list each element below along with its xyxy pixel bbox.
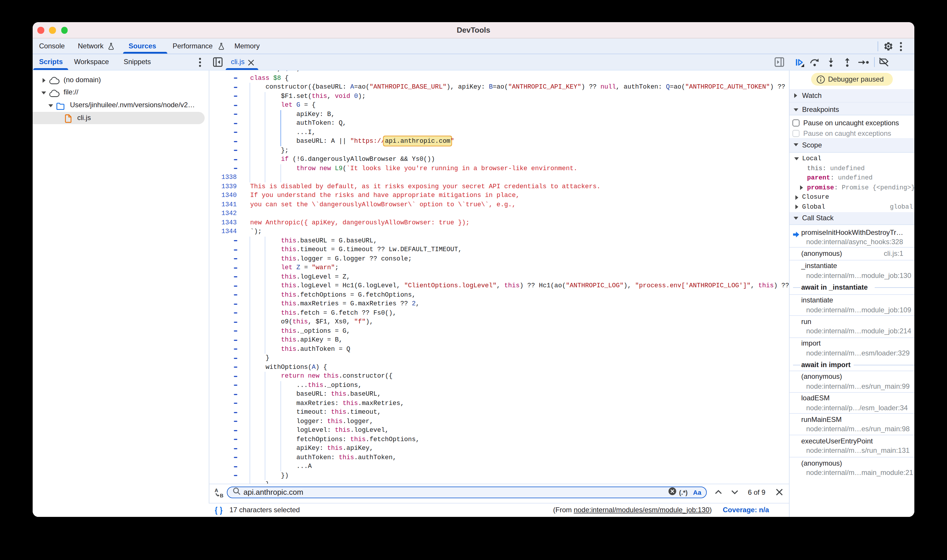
svg-text:B: B — [219, 493, 223, 498]
svg-text:A: A — [214, 488, 218, 493]
